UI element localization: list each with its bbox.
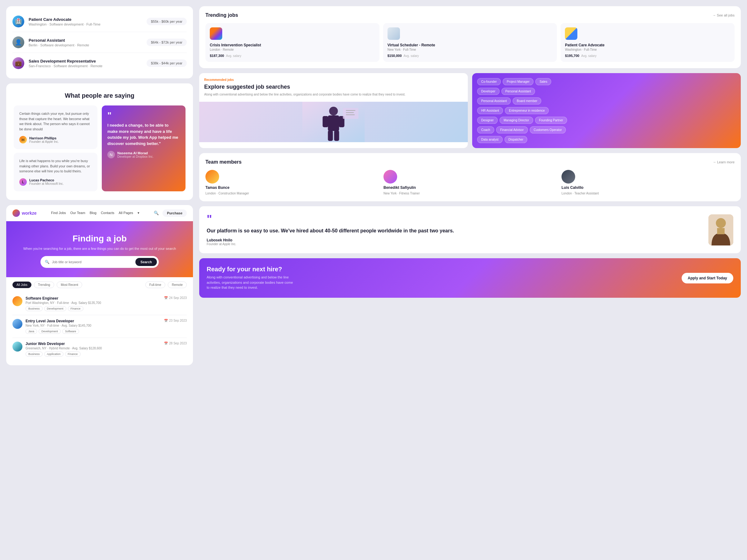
wji-date: 📅 23 Sep 2023	[164, 319, 187, 322]
filter-remote[interactable]: Remote	[168, 282, 187, 288]
hero-title: Finding a job	[12, 234, 187, 244]
wji-date: 📅 24 Sep 2023	[164, 296, 187, 300]
filter-all-jobs[interactable]: All Jobs	[12, 282, 31, 288]
purchase-button[interactable]: Purchase	[162, 209, 187, 217]
tag-financial-advisor[interactable]: Financial Advisor	[496, 126, 528, 133]
search-bar-icon: 🔍	[45, 260, 50, 264]
tag-designer[interactable]: Designer	[477, 117, 498, 124]
svg-rect-5	[328, 130, 333, 141]
tag: Development	[44, 306, 66, 311]
testimonials-card: What people are saying Certain things ca…	[6, 83, 193, 200]
suggested-image	[199, 102, 468, 142]
team-member: Benedikt Safiyulin New York · Fitness Tr…	[383, 170, 557, 195]
nav-our-team[interactable]: Our Team	[70, 211, 85, 215]
tag-co-founder[interactable]: Co-founder	[477, 78, 501, 85]
job-item[interactable]: 👤 Personal Assistant Berlin · Software d…	[12, 32, 187, 53]
search-button[interactable]: Search	[135, 258, 157, 266]
job-salary: $64k - $72k per year	[147, 38, 187, 46]
trending-job-card[interactable]: Patient Care Advocate Washington · Full-…	[561, 23, 735, 62]
tag-project-manager[interactable]: Project Manager	[503, 78, 534, 85]
author-name: Harrison Phillips	[29, 136, 59, 140]
tag: Application	[44, 351, 63, 356]
testimonial-item: Certain things catch your eye, but pursu…	[14, 105, 97, 149]
tag-developer[interactable]: Developer	[477, 88, 499, 95]
nav-all-pages[interactable]: All Pages	[119, 211, 133, 215]
svg-rect-13	[717, 228, 725, 234]
workze-job-item[interactable]: Software Engineer Port Washington, NY · …	[12, 292, 187, 315]
tag-dispatcher[interactable]: Dispatcher	[505, 136, 527, 143]
job-meta: Berlin · Software development · Remote	[29, 43, 147, 47]
author-role: Developer at Dropbox Inc.	[117, 155, 153, 158]
member-avatar	[383, 170, 397, 184]
trending-job-card[interactable]: Crisis Intervention Specialist London · …	[205, 23, 380, 62]
tag-board-member[interactable]: Board member	[513, 97, 541, 105]
testimonials-grid: Certain things catch your eye, but pursu…	[14, 105, 185, 191]
job-logo	[565, 27, 577, 40]
tag-personal-assistant[interactable]: Personal Assistant	[501, 88, 535, 95]
tags-row-6: Coach Financial Advisor Customers Operat…	[477, 126, 736, 133]
see-all-link[interactable]: → See all jobs	[713, 14, 735, 17]
wji-info: Software Engineer Port Washington, NY · …	[26, 296, 161, 311]
workze-nav-links: Find Jobs Our Team Blog Contacts All Pag…	[42, 211, 149, 215]
filter-full-time[interactable]: Full-time	[145, 282, 165, 288]
tag-founding-partner[interactable]: Founding Partner	[535, 117, 567, 124]
calendar-icon: 📅	[164, 319, 168, 322]
search-input[interactable]	[52, 260, 133, 264]
learn-more-link[interactable]: → Learn more	[713, 160, 735, 164]
svg-point-12	[716, 218, 726, 228]
testimonial-author: N Naseema Al Morad Developer at Dropbox …	[107, 151, 180, 158]
suggested-illustration	[199, 102, 468, 142]
cta-left: Ready for your next hire? Along with con…	[207, 266, 681, 290]
wji-title: Junior Web Developer	[26, 342, 161, 346]
tag: Software	[62, 329, 79, 334]
wji-date: 📅 28 Sep 2023	[164, 342, 187, 345]
team-member: Luis Calvillo London · Teacher Assistant	[562, 170, 735, 195]
tags-row-7: Data analyst Dispatcher	[477, 136, 736, 143]
job-title: Patient Care Advocate	[29, 17, 147, 22]
tag-managing-director[interactable]: Managing Director	[499, 117, 533, 124]
author-name: Naseema Al Morad	[117, 151, 153, 155]
nav-contacts[interactable]: Contacts	[101, 211, 114, 215]
wji-icon	[12, 342, 22, 351]
workze-job-item[interactable]: Entry Level Java Developer New York, NY …	[12, 315, 187, 338]
filter-trending[interactable]: Trending	[34, 282, 54, 288]
tj-meta: Washington · Full-Time	[565, 48, 730, 51]
tags-row-3: Personal Assistant Board member	[477, 97, 736, 105]
filter-most-recent[interactable]: Most Recent	[57, 282, 82, 288]
tj-salary: $195,700	[565, 54, 579, 58]
job-list-card: 🏥 Patient Care Advocate Washington · Sof…	[6, 6, 193, 78]
tag-customers-operator[interactable]: Customers Operator	[530, 126, 566, 133]
job-item[interactable]: 💼 Sales Development Representative San-F…	[12, 53, 187, 74]
quote-author-role: Founder at Apple Inc.	[207, 242, 702, 246]
quote-mark-icon: "	[107, 111, 180, 120]
tj-salary: $150,000	[387, 54, 402, 58]
workze-filters: All Jobs Trending Most Recent Full-time …	[6, 277, 193, 292]
workze-job-item[interactable]: Junior Web Developer Greenwich, NY · Hyb…	[12, 338, 187, 360]
tags-row-5: Designer Managing Director Founding Part…	[477, 117, 736, 124]
search-icon[interactable]: 🔍	[154, 211, 159, 215]
job-title: Personal Assistant	[29, 38, 147, 43]
quote-text: Our platform is so easy to use. We've hi…	[207, 228, 702, 234]
nav-blog[interactable]: Blog	[89, 211, 97, 215]
right-panel: Trending jobs → See all jobs Crisis Inte…	[199, 6, 741, 554]
tag-sales[interactable]: Sales	[535, 78, 551, 85]
tag-entrepreneur[interactable]: Entrepreneur in residence	[505, 107, 549, 114]
quote-section: " Our platform is so easy to use. We've …	[199, 206, 741, 253]
portrait-illustration	[709, 214, 733, 245]
tag-hr-assistant[interactable]: HR Assistant	[477, 107, 503, 114]
author-role: Founder at Microsoft Inc.	[29, 182, 64, 185]
testimonial-text: Certain things catch your eye, but pursu…	[19, 111, 92, 132]
job-item[interactable]: 🏥 Patient Care Advocate Washington · Sof…	[12, 11, 187, 32]
tag-coach[interactable]: Coach	[477, 126, 494, 133]
tag-personal-assistant-2[interactable]: Personal Assistant	[477, 97, 511, 105]
wji-info: Junior Web Developer Greenwich, NY · Hyb…	[26, 342, 161, 356]
job-icon: 🏥	[12, 16, 24, 27]
suggested-title: Explore suggested job searches	[204, 83, 463, 90]
tag-data-analyst[interactable]: Data analyst	[477, 136, 503, 143]
tag: Finance	[68, 306, 83, 311]
trending-job-card[interactable]: Virtual Scheduler - Remote New York · Fu…	[383, 23, 557, 62]
nav-find-jobs[interactable]: Find Jobs	[51, 211, 66, 215]
cta-button[interactable]: Apply and Start Today	[681, 273, 733, 284]
workze-app-card: workze Find Jobs Our Team Blog Contacts …	[6, 205, 193, 366]
wji-title: Software Engineer	[26, 296, 161, 300]
